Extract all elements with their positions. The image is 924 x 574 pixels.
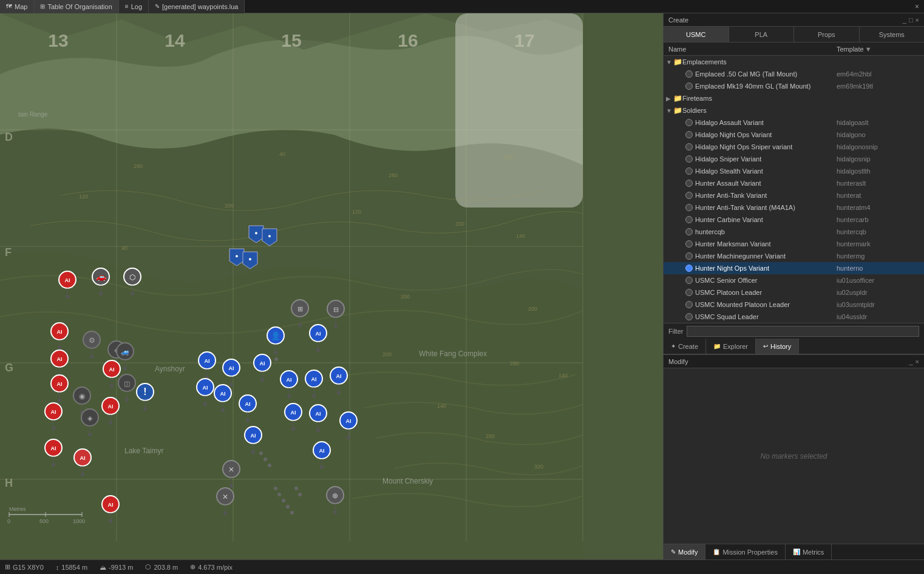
- svg-text:AI: AI: [205, 358, 210, 364]
- tab-history[interactable]: ↩ History: [756, 339, 799, 354]
- filter-input[interactable]: [687, 326, 919, 337]
- svg-point-72: [90, 355, 93, 359]
- col-template-header[interactable]: Template ▼: [837, 46, 922, 53]
- modify-tab-icon: ✎: [671, 549, 676, 555]
- tree-item-usmc-platoon[interactable]: USMC Platoon Leader iu02uspldr: [664, 286, 924, 299]
- tree-item-usmc-mounted-platoon[interactable]: USMC Mounted Platoon Leader iu03usmtpldr: [664, 299, 924, 311]
- svg-text:●: ●: [235, 253, 238, 259]
- svg-text:👤: 👤: [271, 331, 281, 341]
- status-coord: ⊞ G15 X8Y0: [5, 563, 44, 571]
- expand-emplacements[interactable]: ▼: [666, 59, 673, 66]
- tab-mission-properties[interactable]: 📋 Mission Properties: [705, 544, 785, 559]
- map-area[interactable]: 13 14 15 16 17 D F G H 280 40 280 120 12…: [0, 13, 663, 559]
- tree-list[interactable]: ▼ 📁 Emplacements Emplaced .50 Cal MG (Ta…: [664, 56, 924, 323]
- radio-usmc-squad[interactable]: [685, 313, 693, 320]
- metrics-icon: 📊: [793, 549, 800, 555]
- tree-item-hunter-antitank[interactable]: Hunter Anti-Tank Variant hunterat: [664, 189, 924, 201]
- radio-hunter-antitank[interactable]: [685, 192, 693, 199]
- tab-create[interactable]: ✦ Create: [664, 339, 706, 354]
- svg-point-88: [123, 366, 127, 370]
- tab-log[interactable]: ≡ Log: [119, 0, 149, 13]
- svg-text:120: 120: [79, 194, 88, 200]
- tree-item-fireteams[interactable]: ▶ 📁 Fireteams: [664, 92, 924, 104]
- tree-item-em50cal[interactable]: Emplaced .50 Cal MG (Tall Mount) em64m2h…: [664, 68, 924, 80]
- float-icon[interactable]: □: [909, 16, 913, 24]
- svg-point-92: [58, 399, 61, 402]
- tree-item-hunter-marksman[interactable]: Hunter Marksman Variant huntermark: [664, 238, 924, 250]
- tab-waypoints[interactable]: ✎ [generated] waypoints.lua: [149, 0, 245, 13]
- radio-em50cal[interactable]: [685, 70, 693, 78]
- create-panel: Create _ □ × USMC PLA Props: [664, 13, 924, 355]
- close-button[interactable]: ×: [910, 2, 924, 11]
- svg-point-60: [99, 292, 103, 295]
- radio-hunter-antitank-m4a1a[interactable]: [685, 204, 693, 211]
- radio-usmc-mounted-platoon[interactable]: [685, 301, 693, 308]
- tree-item-hunter-nightops[interactable]: Hunter Night Ops Variant hunterno: [664, 262, 924, 274]
- tree-item-hunter-antitank-m4a1a[interactable]: Hunter Anti-Tank Variant (M4A1A) huntera…: [664, 201, 924, 214]
- tab-explorer[interactable]: 📁 Explorer: [706, 339, 756, 354]
- history-tab-icon: ↩: [763, 343, 768, 349]
- modify-controls[interactable]: _ ×: [909, 358, 919, 365]
- tree-item-hidalgo-stealth[interactable]: Hidalgo Stealth Variant hidalgostlth: [664, 165, 924, 177]
- close-icon-modify[interactable]: ×: [916, 358, 919, 365]
- tree-item-huntercqb[interactable]: huntercqb huntercqb: [664, 226, 924, 238]
- svg-point-164: [260, 378, 264, 382]
- tree-item-usmc-squad[interactable]: USMC Squad Leader iu04ussldr: [664, 311, 924, 323]
- svg-text:AI: AI: [316, 411, 321, 417]
- radio-hunter-assault[interactable]: [685, 180, 693, 187]
- faction-tabs: USMC PLA Props Systems: [664, 27, 924, 42]
- tree-item-hidalgo-nightops-sniper[interactable]: Hidalgo Night Ops Sniper variant hidalgo…: [664, 141, 924, 153]
- svg-text:1000: 1000: [73, 518, 85, 524]
- radio-hidalgo-sniper[interactable]: [685, 155, 693, 163]
- bearing-icon: ⬡: [145, 563, 151, 571]
- tab-props[interactable]: Props: [794, 27, 860, 42]
- tree-item-hunter-assault[interactable]: Hunter Assault Variant hunteraslt: [664, 177, 924, 189]
- expand-fireteams[interactable]: ▶: [666, 95, 673, 102]
- radio-hunter-carbine[interactable]: [685, 216, 693, 223]
- svg-text:AI: AI: [251, 433, 256, 439]
- tree-item-hidalgo-sniper[interactable]: Hidalgo Sniper Variant hidalgosnip: [664, 153, 924, 165]
- svg-text:AI: AI: [346, 418, 352, 424]
- tab-map[interactable]: 🗺 Map: [0, 0, 34, 13]
- svg-point-116: [52, 427, 55, 430]
- radio-hidalgo-assault[interactable]: [685, 119, 693, 126]
- tab-metrics[interactable]: 📊 Metrics: [786, 544, 832, 559]
- svg-text:H: H: [5, 477, 13, 489]
- tree-item-hidalgo-nightops[interactable]: Hidalgo Night Ops Variant hidalgono: [664, 129, 924, 141]
- tree-item-hunter-carbine[interactable]: Hunter Carbine Variant huntercarb: [664, 214, 924, 226]
- minimize-icon-modify[interactable]: _: [909, 358, 912, 365]
- radio-hidalgo-nightops-sniper[interactable]: [685, 143, 693, 150]
- svg-text:320: 320: [534, 464, 543, 470]
- tree-item-hidalgo-assault[interactable]: Hidalgo Assault Variant hidalgoaslt: [664, 116, 924, 129]
- tab-systems[interactable]: Systems: [860, 27, 925, 42]
- tree-item-usmc-senior[interactable]: USMC Senior Officer iu01usofficer: [664, 274, 924, 286]
- tree-item-soldiers[interactable]: ▼ 📁 Soldiers: [664, 104, 924, 116]
- radio-hunter-machinegunner[interactable]: [685, 252, 693, 260]
- svg-point-104: [125, 398, 129, 402]
- tab-table-of-organisation[interactable]: ⊞ Table Of Organisation: [34, 0, 118, 13]
- minimize-icon[interactable]: _: [903, 16, 906, 24]
- radio-hunter-marksman[interactable]: [685, 240, 693, 248]
- svg-text:280: 280: [389, 172, 398, 178]
- expand-soldiers[interactable]: ▼: [666, 107, 673, 114]
- svg-text:🚗: 🚗: [96, 272, 107, 282]
- tab-usmc[interactable]: USMC: [664, 27, 729, 42]
- tree-item-emplacements[interactable]: ▼ 📁 Emplacements: [664, 56, 924, 68]
- radio-emmk19[interactable]: [685, 83, 693, 90]
- sort-icon: ▼: [865, 46, 872, 53]
- radio-huntercqb[interactable]: [685, 228, 693, 235]
- radio-hidalgo-nightops[interactable]: [685, 131, 693, 138]
- close-icon[interactable]: ×: [916, 16, 919, 24]
- svg-point-172: [312, 394, 316, 397]
- tree-item-hunter-machinegunner[interactable]: Hunter Machinegunner Variant huntermg: [664, 250, 924, 262]
- tab-modify[interactable]: ✎ Modify: [664, 544, 705, 559]
- radio-usmc-senior[interactable]: [685, 277, 693, 284]
- svg-text:120: 120: [352, 209, 361, 215]
- tree-item-emmk19[interactable]: Emplaced Mk19 40mm GL (Tall Mount) em69m…: [664, 80, 924, 92]
- tab-pla[interactable]: PLA: [729, 27, 795, 42]
- radio-hidalgo-stealth[interactable]: [685, 167, 693, 175]
- radio-hunter-nightops[interactable]: [685, 265, 693, 272]
- radio-usmc-platoon[interactable]: [685, 289, 693, 296]
- svg-text:AI: AI: [108, 403, 114, 410]
- create-controls[interactable]: _ □ ×: [903, 16, 919, 24]
